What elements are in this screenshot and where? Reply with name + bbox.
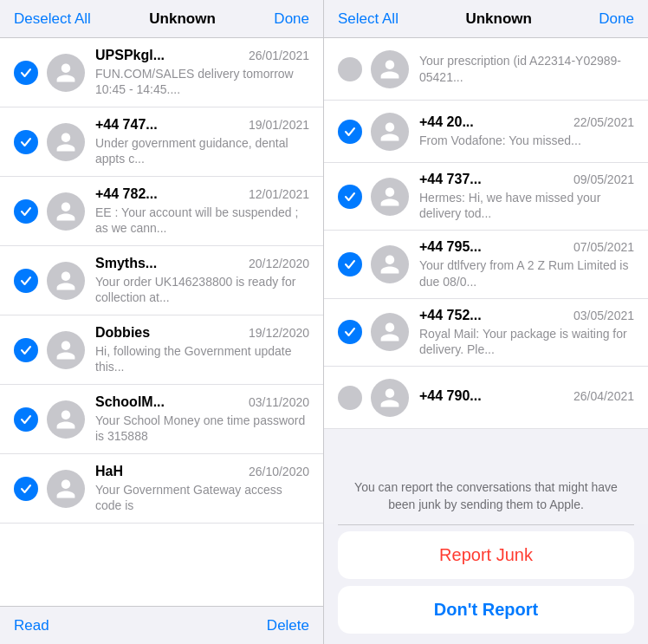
item-content: +44 20... 22/05/2021 From Vodafone: You …: [419, 114, 634, 148]
right-done-button[interactable]: Done: [599, 10, 634, 28]
item-date: 20/12/2020: [249, 257, 309, 270]
avatar: [371, 379, 409, 417]
item-preview: Under government guidance, dental appts …: [95, 135, 309, 166]
left-list-item[interactable]: +44 747... 19/01/2021 Under government g…: [0, 107, 323, 177]
right-check-circle: [338, 320, 362, 344]
item-content: +44 737... 09/05/2021 Hermes: Hi, we hav…: [419, 172, 634, 221]
item-date: 12/01/2021: [249, 187, 309, 201]
select-all-button[interactable]: Select All: [338, 10, 399, 28]
avatar: [47, 331, 85, 369]
item-sender: Smyths...: [95, 256, 157, 271]
item-preview: Your School Money one time password is 3…: [95, 413, 309, 444]
right-check-circle: [338, 185, 362, 209]
item-top: +44 795... 07/05/2021: [419, 239, 634, 255]
item-sender: Dobbies: [95, 325, 150, 341]
item-top: Dobbies 19/12/2020: [95, 325, 309, 341]
item-sender: +44 737...: [419, 172, 482, 187]
left-list-item[interactable]: HaH 26/10/2020 Your Government Gateway a…: [0, 454, 323, 524]
left-list-item[interactable]: +44 782... 12/01/2021 EE : Your account …: [0, 177, 323, 246]
right-list-item[interactable]: +44 790... 26/04/2021: [324, 367, 648, 429]
item-content: +44 752... 03/05/2021 Royal Mail: Your p…: [419, 308, 634, 357]
delete-button[interactable]: Delete: [267, 617, 309, 634]
deselect-all-button[interactable]: Deselect All: [14, 10, 91, 28]
item-preview: Hi, following the Government update this…: [95, 343, 309, 374]
item-sender: HaH: [95, 464, 123, 479]
check-circle: [14, 407, 38, 432]
item-top: HaH 26/10/2020: [95, 464, 309, 479]
item-date: 07/05/2021: [573, 240, 634, 254]
item-top: +44 782... 12/01/2021: [95, 186, 309, 202]
item-top: +44 737... 09/05/2021: [419, 172, 634, 187]
check-circle: [14, 61, 38, 85]
item-content: +44 790... 26/04/2021: [419, 388, 634, 407]
check-circle: [14, 338, 38, 362]
left-header: Deselect All Unknown Done: [0, 0, 323, 38]
item-content: +44 795... 07/05/2021 Your dtlfvery from…: [419, 239, 634, 289]
right-check-circle: [338, 120, 362, 144]
item-preview: EE : Your account will be suspended ; as…: [95, 205, 309, 236]
right-header: Select All Unknown Done: [324, 0, 648, 38]
item-top: SchoolM... 03/11/2020: [95, 394, 309, 410]
action-sheet: You can report the conversations that mi…: [324, 465, 648, 644]
read-button[interactable]: Read: [14, 617, 49, 634]
item-date: 19/01/2021: [249, 118, 309, 132]
left-panel: Deselect All Unknown Done UPSPkgl... 26/…: [0, 0, 324, 644]
avatar: [47, 470, 85, 508]
right-list-item[interactable]: +44 752... 03/05/2021 Royal Mail: Your p…: [324, 299, 648, 367]
item-preview: Your Government Gateway access code is: [95, 482, 309, 513]
action-sheet-divider: [338, 524, 634, 525]
left-done-button[interactable]: Done: [274, 10, 309, 28]
item-content: Smyths... 20/12/2020 Your order UK146238…: [95, 256, 309, 305]
left-list-item[interactable]: Dobbies 19/12/2020 Hi, following the Gov…: [0, 315, 323, 385]
item-top: +44 747... 19/01/2021: [95, 117, 309, 133]
item-sender: SchoolM...: [95, 394, 165, 410]
item-date: 19/12/2020: [249, 326, 309, 340]
item-preview: FUN.COM/SALES delivery tomorrow 10:45 - …: [95, 66, 309, 97]
check-circle: [14, 130, 38, 154]
item-top: +44 752... 03/05/2021: [419, 308, 634, 323]
item-content: HaH 26/10/2020 Your Government Gateway a…: [95, 464, 309, 513]
right-list-item[interactable]: Your prescription (id A22314-Y02989-0542…: [324, 38, 648, 101]
left-list-item[interactable]: UPSPkgl... 26/01/2021 FUN.COM/SALES deli…: [0, 38, 323, 107]
left-list-item[interactable]: Smyths... 20/12/2020 Your order UK146238…: [0, 246, 323, 315]
check-circle: [14, 477, 38, 501]
avatar: [371, 178, 409, 216]
item-preview: From Vodafone: You missed...: [419, 133, 634, 148]
avatar: [371, 50, 409, 88]
item-top: +44 790... 26/04/2021: [419, 388, 634, 404]
item-preview: Your prescription (id A22314-Y02989-0542…: [419, 53, 634, 84]
right-panel: Select All Unknown Done Your prescriptio…: [324, 0, 648, 644]
item-content: Your prescription (id A22314-Y02989-0542…: [419, 53, 634, 84]
right-list-item[interactable]: +44 20... 22/05/2021 From Vodafone: You …: [324, 101, 648, 163]
item-content: +44 782... 12/01/2021 EE : Your account …: [95, 186, 309, 236]
item-preview: Royal Mail: Your package is waiting for …: [419, 326, 634, 357]
check-circle: [14, 269, 38, 293]
avatar: [371, 245, 409, 283]
right-list-item[interactable]: +44 795... 07/05/2021 Your dtlfvery from…: [324, 231, 648, 298]
item-sender: +44 782...: [95, 186, 158, 202]
item-sender: +44 795...: [419, 239, 482, 255]
right-title: Unknown: [465, 10, 532, 28]
right-check-circle: [338, 57, 362, 81]
item-content: UPSPkgl... 26/01/2021 FUN.COM/SALES deli…: [95, 48, 309, 97]
avatar: [47, 192, 85, 231]
item-content: Dobbies 19/12/2020 Hi, following the Gov…: [95, 325, 309, 374]
item-sender: UPSPkgl...: [95, 48, 165, 63]
action-sheet-message: You can report the conversations that mi…: [324, 465, 648, 524]
item-top: +44 20... 22/05/2021: [419, 114, 634, 130]
right-check-circle: [338, 252, 362, 276]
item-date: 03/05/2021: [573, 309, 634, 322]
item-top: Smyths... 20/12/2020: [95, 256, 309, 271]
left-list-item[interactable]: SchoolM... 03/11/2020 Your School Money …: [0, 385, 323, 454]
item-date: 26/01/2021: [249, 49, 309, 62]
avatar: [371, 113, 409, 151]
right-list-item[interactable]: +44 737... 09/05/2021 Hermes: Hi, we hav…: [324, 163, 648, 231]
item-date: 03/11/2020: [249, 395, 309, 409]
report-junk-button[interactable]: Report Junk: [338, 531, 634, 579]
item-top: UPSPkgl... 26/01/2021: [95, 48, 309, 63]
item-date: 26/10/2020: [249, 465, 309, 478]
item-sender: +44 747...: [95, 117, 158, 133]
dont-report-button[interactable]: Don't Report: [338, 586, 634, 634]
item-preview: Hermes: Hi, we have missed your delivery…: [419, 190, 634, 221]
item-preview: Your order UK146238800 is ready for coll…: [95, 274, 309, 305]
